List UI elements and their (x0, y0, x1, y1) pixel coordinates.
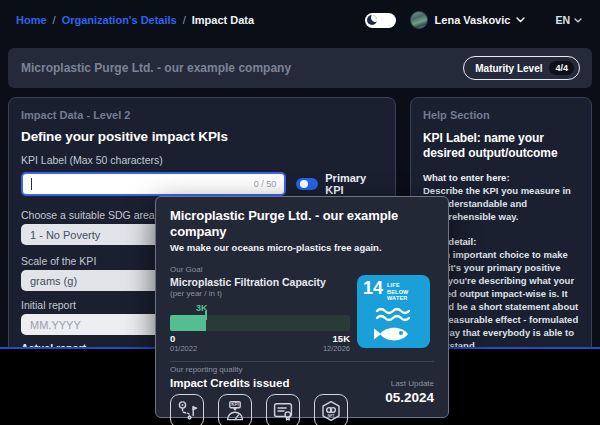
moon-icon (367, 15, 377, 25)
kpi-label-row: 0 / 50 Primary KPI (21, 172, 383, 196)
last-update-value: 05.2024 (385, 390, 434, 405)
progress-end-date: 12/2026 (323, 344, 350, 353)
breadcrumb-current: Impact Data (192, 14, 254, 26)
kpi-gauge-icon[interactable]: KPI (218, 394, 252, 425)
chevron-down-icon (574, 18, 582, 23)
goal-section: Our Goal Microplastic Filtration Capacit… (170, 265, 434, 355)
avatar[interactable] (410, 11, 428, 29)
breadcrumb-separator: / (183, 14, 186, 26)
waves-fish-icon (371, 305, 417, 347)
last-update: Last Update 05.2024 (385, 379, 434, 405)
progress-fill (170, 315, 206, 331)
primary-kpi-toggle[interactable] (296, 178, 318, 190)
kpi-label-field-label: KPI Label (Max 50 characters) (21, 154, 383, 166)
maturity-level-label: Maturity Level (475, 63, 542, 74)
progress-bar (170, 315, 350, 331)
modal-title: Microplastic Purge Ltd. - our example co… (170, 208, 434, 240)
top-bar: Home / Organization's Details / Impact D… (0, 0, 600, 40)
primary-kpi-label: Primary KPI (325, 172, 383, 196)
language-label: EN (555, 14, 570, 26)
help-title: KPI Label: name your desired output/outc… (423, 131, 579, 161)
progress-min: 0 (170, 334, 175, 344)
language-selector[interactable]: EN (555, 14, 582, 26)
modal-tagline: We make our oceans micro-plastics free a… (170, 242, 434, 254)
progress-start-date: 01/2022 (170, 344, 197, 353)
kpi-label-input[interactable]: 0 / 50 (21, 172, 286, 196)
maturity-level-badge: 4/4 (549, 61, 574, 75)
character-counter: 0 / 50 (254, 179, 277, 189)
svg-text:KPI: KPI (231, 402, 239, 407)
user-name: Lena Vaskovic (435, 14, 511, 26)
reporting-quality-label: Our reporting quality (170, 365, 434, 375)
impact-panel-header: Impact Data - Level 2 (21, 110, 383, 121)
goal-label: Our Goal (170, 265, 434, 275)
company-bar: Microplastic Purge Ltd. - our example co… (8, 48, 592, 88)
breadcrumb: Home / Organization's Details / Impact D… (16, 14, 254, 26)
last-update-label: Last Update (385, 379, 434, 389)
svg-text:NFT: NFT (328, 414, 336, 418)
sdg-number: 14 (363, 280, 383, 296)
help-hint-title: What to enter here: (423, 171, 579, 184)
progress-tick (205, 311, 207, 320)
company-summary-modal: Microplastic Purge Ltd. - our example co… (155, 196, 449, 418)
toggle-knob (300, 180, 308, 188)
maturity-level-button[interactable]: Maturity Level 4/4 (463, 56, 580, 80)
certificate-icon[interactable] (266, 394, 300, 425)
goal-progress: 3K 0 15K 01/2022 12/2026 (170, 303, 350, 353)
route-icon[interactable] (170, 394, 204, 425)
screen: Home / Organization's Details / Impact D… (0, 0, 600, 425)
breadcrumb-link-organizations-details[interactable]: Organization's Details (62, 14, 177, 26)
chevron-down-icon (516, 17, 525, 23)
user-menu[interactable]: Lena Vaskovic (435, 14, 526, 26)
sdg-title: LIFEBELOW WATER (387, 282, 424, 302)
impact-panel-title: Define your positive impact KPIs (21, 129, 383, 145)
company-title: Microplastic Purge Ltd. - our example co… (21, 61, 291, 75)
text-caret (31, 178, 32, 190)
help-panel-header: Help Section (423, 110, 579, 121)
theme-toggle[interactable] (365, 13, 396, 28)
sdg14-badge: 14 LIFEBELOW WATER (357, 275, 430, 348)
breadcrumb-separator: / (53, 14, 56, 26)
divider (170, 361, 434, 362)
progress-max: 15K (333, 334, 350, 344)
nft-icon[interactable]: NFT (314, 394, 348, 425)
breadcrumb-link-home[interactable]: Home (16, 14, 47, 26)
